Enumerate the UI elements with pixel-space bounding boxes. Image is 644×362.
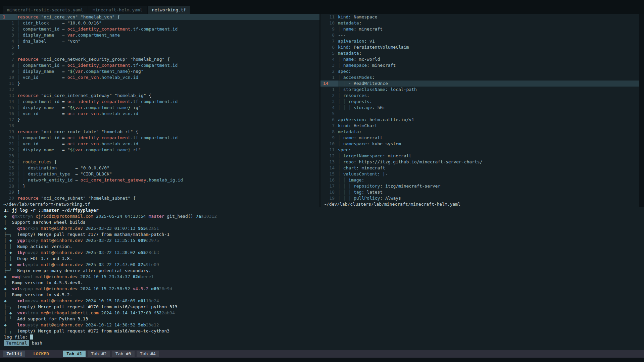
- line-number: 7: [320, 38, 338, 44]
- line-number: 9: [320, 26, 338, 32]
- segment-key: metadata: [338, 51, 359, 56]
- code-text: │ │ requests:: [338, 99, 372, 105]
- segment-pun: =: [59, 63, 67, 68]
- segment-sp: [38, 298, 41, 303]
- segment-guide: │: [338, 75, 343, 80]
- segment-refp: .compartment_name: [83, 105, 128, 110]
- segment-str: ": [67, 105, 70, 110]
- segment-node: ◆: [4, 226, 7, 231]
- segment-val: helm.cattle.io/v1: [367, 117, 414, 122]
- segment-guide: │: [23, 171, 28, 176]
- code-text: │ │ - ReadWriteOnce: [338, 81, 388, 87]
- segment-val: local-path: [388, 87, 417, 92]
- jj-log-line: │ ◆ mrlyvplo matt@einhorn.dev 2025-03-22…: [4, 262, 644, 268]
- editor-tab-minecraft-restic-secrets-yaml[interactable]: minecraft-restic-secrets.yaml: [3, 6, 88, 14]
- line-number: 3: [320, 62, 338, 68]
- segment-pun: {: [164, 57, 170, 62]
- segment-sp: [130, 274, 133, 279]
- line-number: 16: [0, 111, 17, 117]
- editor-pane-networking-tf[interactable]: 1resource "oci_core_vcn" "homelab_vcn" {…: [0, 14, 319, 207]
- segment-cid: tky: [17, 250, 25, 255]
- segment-line: ├─╯: [4, 268, 12, 273]
- line-number: 7: [320, 123, 338, 129]
- segment-val: minecraft: [356, 135, 383, 140]
- editor-tab-networking-tf[interactable]: networking.tf: [148, 6, 191, 14]
- segment-pun: :: [359, 20, 362, 25]
- segment-line: │: [4, 220, 7, 225]
- segment-guide: │: [17, 177, 23, 183]
- segment-key: namespace: [343, 141, 367, 146]
- segment-desc: Support aarch64 wheel builds: [12, 220, 85, 225]
- code-line: 16│ vcn_id = oci_core_vcn.homelab_vcn.id: [0, 111, 319, 117]
- segment-pun: :: [383, 153, 385, 158]
- segment-key: repo: [343, 159, 354, 164]
- segment-prop: compartment_id: [23, 63, 60, 68]
- line-number: 19: [320, 195, 338, 201]
- segment-desc: (empty) Merge pull request #170 from mis…: [17, 304, 177, 309]
- segment-sp: [12, 232, 17, 237]
- segment-desc: (empty) Merge pull request #177 from mat…: [17, 232, 169, 237]
- segment-guide: │: [343, 105, 349, 110]
- editor-panes: 1resource "oci_core_vcn" "homelab_vcn" {…: [0, 14, 644, 207]
- segment-cid: xol: [17, 298, 25, 303]
- jj-log-line: │ Bump version to 4.5.3.dev0.: [4, 280, 644, 286]
- segment-pun: :: [385, 87, 388, 92]
- segment-str: "vcn": [67, 39, 81, 44]
- segment-bm: v4.5.2: [133, 286, 149, 291]
- zellij-tab-tab-3[interactable]: Tab #3: [112, 351, 135, 357]
- code-line: 14│ compartment_id = oci_identity_compar…: [0, 99, 319, 105]
- zellij-session: minecraft-restic-secrets.yamlminecraft-h…: [0, 0, 644, 362]
- line-number: 22: [0, 147, 17, 153]
- segment-line: │: [4, 280, 7, 285]
- zellij-tab-tab-4[interactable]: Tab #4: [137, 351, 159, 357]
- segment-kw: resource: [17, 57, 39, 62]
- segment-guide: │: [338, 159, 343, 164]
- line-number: 14: [320, 81, 338, 87]
- segment-pun: =: [39, 141, 67, 146]
- segment-line: ├─╮: [4, 328, 12, 333]
- segment-pun: =: [54, 33, 67, 38]
- code-line: 3│ │ requests:: [320, 99, 639, 105]
- editor-tab-minecraft-helm-yaml[interactable]: minecraft-helm.yaml: [88, 6, 147, 14]
- code-text: │ dns_label = "vcn": [17, 38, 81, 44]
- segment-pun: =: [70, 171, 81, 176]
- code-line: 11kind: Namespace: [320, 14, 639, 20]
- segment-str: "CIDR_BLOCK": [81, 171, 112, 176]
- zellij-logo: Zellij: [3, 351, 25, 357]
- jj-log-line: │ │ Drop EOL 3.7 and 3.8.: [4, 256, 644, 262]
- editor-pane-minecraft-helm-yaml[interactable]: 11kind: Namespace10metadata:9│ name: min…: [320, 14, 639, 207]
- code-text: │ compartment_id = oci_identity_compartm…: [17, 26, 178, 32]
- segment-guide: │: [17, 39, 23, 44]
- segment-pun: :: [364, 39, 367, 44]
- segment-dimid: orkxn: [25, 226, 38, 231]
- segment-key: spec: [338, 69, 348, 74]
- line-number: 2: [0, 26, 17, 32]
- segment-cid: yqp: [17, 238, 25, 243]
- segment-pun: :: [367, 93, 369, 98]
- right-statusline-path: ~/dev/lab/clusters/lab/minecraft/minecra…: [320, 201, 639, 207]
- code-line: 6kind: PersistentVolumeClaim: [320, 44, 639, 50]
- code-line: 2spec:: [320, 68, 639, 74]
- line-number: 26: [0, 171, 17, 177]
- segment-date: 2024-10-15 18:48:09: [86, 298, 136, 303]
- line-number: 25: [0, 165, 17, 171]
- segment-pun: }: [23, 184, 26, 189]
- line-number: 9: [320, 135, 338, 141]
- zellij-tab-tab-1[interactable]: Tab #1: [63, 351, 86, 357]
- zellij-tab-tab-2[interactable]: Tab #2: [88, 351, 110, 357]
- segment-guide: │: [338, 190, 343, 195]
- line-number: 2: [320, 68, 338, 74]
- jj-log-line: ◆ losuysty matt@einhorn.dev 2024-10-12 1…: [4, 322, 644, 328]
- segment-tp: g: [9, 334, 15, 340]
- terminal-pane[interactable]: 1: jj log -r ::master ~/d/ffpyplayer ◆ q…: [0, 207, 644, 350]
- code-text: }: [17, 189, 20, 195]
- segment-pun: {: [131, 196, 136, 201]
- segment-sp: [33, 274, 36, 279]
- segment-guide: │: [338, 171, 343, 176]
- segment-prop: cidr_block: [23, 20, 49, 25]
- segment-prop: display_name: [23, 69, 54, 74]
- terminal-tab-chip[interactable]: Terminal: [4, 340, 29, 346]
- segment-str: "oci_core_internet_gateway" "homelab_ig": [39, 93, 146, 98]
- segment-sp: [12, 244, 17, 249]
- segment-ref: var: [67, 33, 75, 38]
